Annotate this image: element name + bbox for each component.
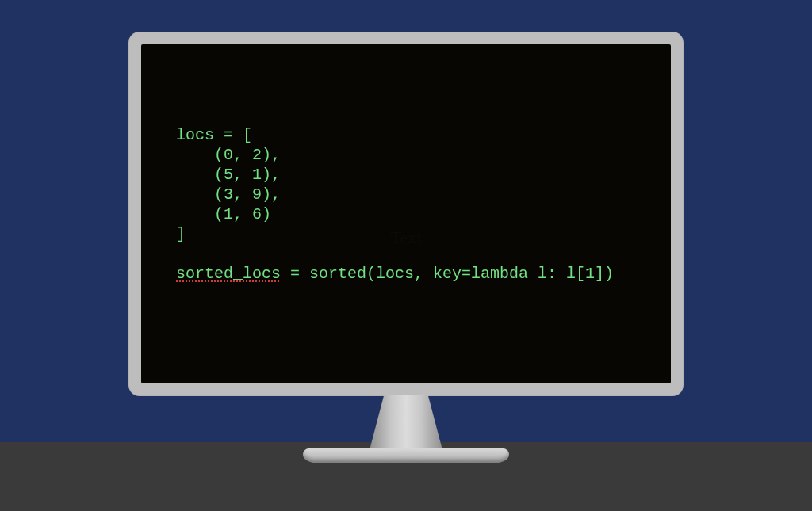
monitor-bezel: Text locs = [ (0, 2), (5, 1), (3, 9), (1… — [128, 32, 684, 396]
code-line-3: (5, 1), — [176, 166, 281, 184]
code-line-8-rest: = sorted(locs, key=lambda l: l[1]) — [281, 265, 614, 283]
code-block: locs = [ (0, 2), (5, 1), (3, 9), (1, 6) … — [176, 125, 655, 284]
code-line-5: (1, 6) — [176, 205, 271, 223]
code-line-6: ] — [176, 225, 186, 243]
identifier-sorted-locs: sorted_locs — [176, 265, 281, 283]
monitor-base — [303, 448, 509, 463]
code-line-1: locs = [ — [176, 126, 252, 144]
monitor-neck — [370, 395, 442, 450]
scene: Text locs = [ (0, 2), (5, 1), (3, 9), (1… — [0, 0, 812, 511]
code-line-8: sorted_locs = sorted(locs, key=lambda l:… — [176, 265, 614, 283]
monitor-screen: Text locs = [ (0, 2), (5, 1), (3, 9), (1… — [141, 44, 671, 383]
code-line-4: (3, 9), — [176, 185, 281, 204]
code-line-2: (0, 2), — [176, 146, 281, 164]
monitor: Text locs = [ (0, 2), (5, 1), (3, 9), (1… — [128, 32, 684, 466]
